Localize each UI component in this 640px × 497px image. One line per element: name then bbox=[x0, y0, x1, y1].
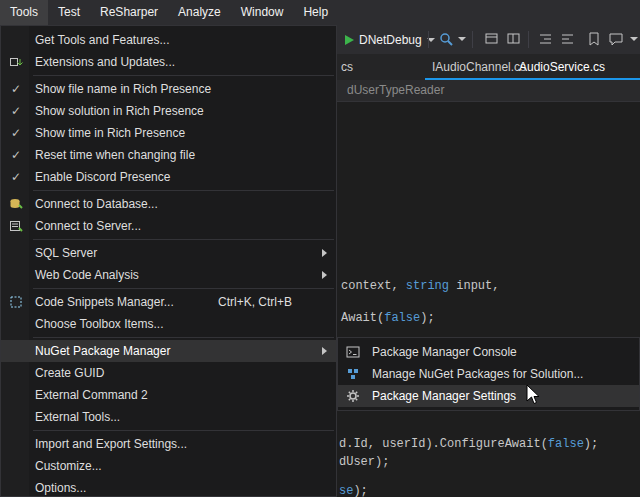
menu-separator bbox=[33, 75, 334, 76]
submenu-item-package-manager-console[interactable]: Package Manager Console bbox=[338, 341, 639, 363]
code-line: context, string input, bbox=[341, 279, 499, 294]
menu-item-code-snippets-manager[interactable]: Code Snippets Manager... Ctrl+K, Ctrl+B bbox=[1, 291, 336, 313]
menu-item-extensions-and-updates[interactable]: Extensions and Updates... bbox=[1, 51, 336, 73]
menu-separator bbox=[33, 430, 334, 431]
breadcrumb[interactable]: dUserTypeReader bbox=[347, 80, 444, 101]
menubar-item-help[interactable]: Help bbox=[293, 0, 338, 25]
tab-audioservice[interactable]: AudioService.cs bbox=[519, 54, 605, 80]
submenu-arrow-icon bbox=[322, 271, 327, 279]
code-line: Await(false); bbox=[341, 311, 435, 326]
snippets-icon bbox=[9, 295, 23, 309]
menu-item-show-time-rich-presence[interactable]: ✓ Show time in Rich Presence bbox=[1, 122, 336, 144]
menu-item-reset-time-when-changing-file[interactable]: ✓ Reset time when changing file bbox=[1, 144, 336, 166]
gear-icon bbox=[346, 389, 360, 403]
window-layout-icon[interactable] bbox=[506, 31, 522, 47]
indent-increase-icon[interactable] bbox=[560, 31, 576, 47]
server-icon bbox=[9, 219, 23, 233]
menubar-item-resharper[interactable]: ReSharper bbox=[90, 0, 168, 25]
comment-icon[interactable] bbox=[608, 31, 624, 47]
toolbar-separator bbox=[428, 31, 429, 48]
submenu-item-package-manager-settings[interactable]: Package Manager Settings bbox=[338, 385, 639, 407]
menu-separator bbox=[33, 190, 334, 191]
play-icon bbox=[345, 35, 354, 45]
menu-item-import-and-export-settings[interactable]: Import and Export Settings... bbox=[1, 433, 336, 455]
extensions-icon bbox=[9, 55, 23, 69]
checkmark-icon: ✓ bbox=[11, 104, 21, 118]
find-dropdown-chevron[interactable] bbox=[458, 37, 466, 41]
code-line: d.Id, userId).ConfigureAwait(false); bbox=[339, 437, 598, 452]
tab-partial[interactable]: cs bbox=[341, 54, 353, 80]
menu-item-options[interactable]: Options... bbox=[1, 477, 336, 497]
submenu-arrow-icon bbox=[322, 249, 327, 257]
menubar-item-tools[interactable]: Tools bbox=[0, 0, 48, 25]
menu-shortcut: Ctrl+K, Ctrl+B bbox=[218, 295, 326, 309]
menu-item-customize[interactable]: Customize... bbox=[1, 455, 336, 477]
menubar-item-analyze[interactable]: Analyze bbox=[168, 0, 231, 25]
menu-separator bbox=[33, 239, 334, 240]
toolbar-overflow-chevron[interactable] bbox=[630, 37, 638, 41]
manage-packages-icon bbox=[346, 367, 360, 381]
checkmark-icon: ✓ bbox=[11, 126, 21, 140]
tab-iaudiochannel[interactable]: IAudioChannel.cs bbox=[432, 54, 526, 80]
menu-item-create-guid[interactable]: Create GUID bbox=[1, 362, 336, 384]
submenu-arrow-icon bbox=[322, 347, 327, 355]
code-line: se); bbox=[339, 484, 368, 497]
find-in-files-icon[interactable] bbox=[438, 31, 454, 47]
menu-item-get-tools-and-features[interactable]: Get Tools and Features... bbox=[1, 29, 336, 51]
menu-separator bbox=[33, 288, 334, 289]
menu-item-sql-server[interactable]: SQL Server bbox=[1, 242, 336, 264]
menu-separator bbox=[33, 337, 334, 338]
menu-item-web-code-analysis[interactable]: Web Code Analysis bbox=[1, 264, 336, 286]
menu-item-external-command-2[interactable]: External Command 2 bbox=[1, 384, 336, 406]
menu-item-choose-toolbox-items[interactable]: Choose Toolbox Items... bbox=[1, 313, 336, 335]
database-icon bbox=[9, 197, 23, 211]
menu-item-connect-to-server[interactable]: Connect to Server... bbox=[1, 215, 336, 237]
code-line: dUser); bbox=[339, 455, 389, 470]
start-debug-button[interactable]: DNetDebug bbox=[345, 25, 435, 54]
tools-menu: Get Tools and Features... Extensions and… bbox=[0, 25, 337, 497]
menu-item-connect-to-database[interactable]: Connect to Database... bbox=[1, 193, 336, 215]
indent-decrease-icon[interactable] bbox=[538, 31, 554, 47]
checkmark-icon: ✓ bbox=[11, 170, 21, 184]
debug-target-label: DNetDebug bbox=[359, 33, 422, 47]
console-icon bbox=[346, 345, 360, 359]
toolbar-separator bbox=[528, 31, 529, 48]
menu-item-nuget-package-manager[interactable]: NuGet Package Manager bbox=[1, 340, 336, 362]
menu-item-show-solution-rich-presence[interactable]: ✓ Show solution in Rich Presence bbox=[1, 100, 336, 122]
menu-bar: Tools Test ReSharper Analyze Window Help bbox=[0, 0, 640, 25]
menu-item-enable-discord-presence[interactable]: ✓ Enable Discord Presence bbox=[1, 166, 336, 188]
toolbar-separator bbox=[472, 31, 473, 48]
checkmark-icon: ✓ bbox=[11, 82, 21, 96]
bookmark-icon[interactable] bbox=[586, 31, 602, 47]
menu-item-external-tools[interactable]: External Tools... bbox=[1, 406, 336, 428]
menubar-item-test[interactable]: Test bbox=[48, 0, 90, 25]
navigate-back-icon[interactable] bbox=[484, 31, 500, 47]
menubar-item-window[interactable]: Window bbox=[231, 0, 294, 25]
menu-item-show-file-name-rich-presence[interactable]: ✓ Show file name in Rich Presence bbox=[1, 78, 336, 100]
submenu-item-manage-nuget-packages-for-solution[interactable]: Manage NuGet Packages for Solution... bbox=[338, 363, 639, 385]
checkmark-icon: ✓ bbox=[11, 148, 21, 162]
vs-ide-window: { "menubar": { "items": [ {"label": "Too… bbox=[0, 0, 640, 497]
nuget-package-manager-submenu: Package Manager Console Manage NuGet Pac… bbox=[337, 337, 640, 411]
